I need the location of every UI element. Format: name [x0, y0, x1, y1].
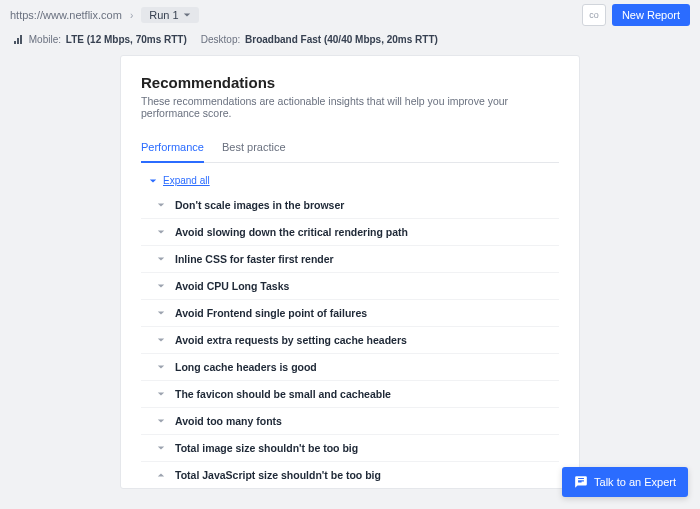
recommendation-row[interactable]: Long cache headers is good [141, 353, 559, 380]
topbar: https://www.netflix.com › Run 1 co New R… [0, 0, 700, 30]
desktop-info: Desktop: Broadband Fast (40/40 Mbps, 20m… [201, 34, 438, 45]
recommendation-row[interactable]: Don't scale images in the browser [141, 192, 559, 218]
recommendation-title: Avoid too many fonts [175, 415, 282, 427]
run-label: Run 1 [149, 9, 178, 21]
recommendation-title: Don't scale images in the browser [175, 199, 344, 211]
tab-performance[interactable]: Performance [141, 135, 204, 163]
expand-all-link[interactable]: Expand all [163, 175, 210, 186]
device-bar: Mobile: LTE (12 Mbps, 70ms RTT) Desktop:… [0, 30, 700, 55]
chevron-down-icon [183, 11, 191, 19]
recommendation-row[interactable]: The favicon should be small and cacheabl… [141, 380, 559, 407]
tab-best-practice[interactable]: Best practice [222, 135, 286, 163]
recommendation-title: The favicon should be small and cacheabl… [175, 388, 391, 400]
desktop-label: Desktop: [201, 34, 240, 45]
chevron-down-icon [157, 255, 165, 263]
recommendation-row[interactable]: Inline CSS for faster first render [141, 245, 559, 272]
chevron-down-icon [157, 417, 165, 425]
recommendation-title: Avoid slowing down the critical renderin… [175, 226, 408, 238]
signal-icon [14, 35, 24, 45]
recommendation-row[interactable]: Avoid too many fonts [141, 407, 559, 434]
tabs: Performance Best practice [141, 135, 559, 163]
recommendation-row[interactable]: Avoid Frontend single point of failures [141, 299, 559, 326]
mobile-info: Mobile: LTE (12 Mbps, 70ms RTT) [14, 34, 187, 45]
recommendation-title: Avoid CPU Long Tasks [175, 280, 289, 292]
recommendation-row[interactable]: Total image size shouldn't be too big [141, 434, 559, 461]
recommendations-card: Recommendations These recommendations ar… [120, 55, 580, 489]
recommendation-row[interactable]: Avoid extra requests by setting cache he… [141, 326, 559, 353]
desktop-value: Broadband Fast (40/40 Mbps, 20ms RTT) [245, 34, 438, 45]
recommendation-title: Total image size shouldn't be too big [175, 442, 358, 454]
mobile-value: LTE (12 Mbps, 70ms RTT) [66, 34, 187, 45]
chevron-down-icon [149, 177, 157, 185]
chevron-down-icon [157, 282, 165, 290]
card-subtitle: These recommendations are actionable ins… [141, 95, 559, 119]
talk-to-expert-button[interactable]: Talk to an Expert [562, 467, 688, 497]
url-text: https://www.netflix.com [10, 9, 122, 21]
expand-all-row[interactable]: Expand all [141, 163, 559, 192]
recommendations-list: Don't scale images in the browserAvoid s… [141, 192, 559, 488]
run-selector[interactable]: Run 1 [141, 7, 198, 23]
card-title: Recommendations [141, 74, 559, 91]
recommendation-row[interactable]: Avoid CPU Long Tasks [141, 272, 559, 299]
chevron-down-icon [157, 471, 165, 479]
mobile-label: Mobile: [29, 34, 61, 45]
chevron-down-icon [157, 309, 165, 317]
recommendation-title: Long cache headers is good [175, 361, 317, 373]
chevron-down-icon [157, 390, 165, 398]
new-report-button[interactable]: New Report [612, 4, 690, 26]
chevron-down-icon [157, 444, 165, 452]
talk-label: Talk to an Expert [594, 476, 676, 488]
breadcrumb-chevron: › [130, 10, 133, 21]
recommendation-title: Avoid Frontend single point of failures [175, 307, 367, 319]
recommendation-title: Avoid extra requests by setting cache he… [175, 334, 407, 346]
recommendation-title: Inline CSS for faster first render [175, 253, 334, 265]
recommendation-row[interactable]: Avoid slowing down the critical renderin… [141, 218, 559, 245]
link-button[interactable]: co [582, 4, 606, 26]
recommendation-title: Total JavaScript size shouldn't be too b… [175, 469, 381, 481]
chevron-down-icon [157, 228, 165, 236]
chevron-down-icon [157, 201, 165, 209]
chat-icon [574, 475, 588, 489]
recommendation-row[interactable]: Total JavaScript size shouldn't be too b… [141, 461, 559, 488]
chevron-down-icon [157, 336, 165, 344]
chevron-down-icon [157, 363, 165, 371]
